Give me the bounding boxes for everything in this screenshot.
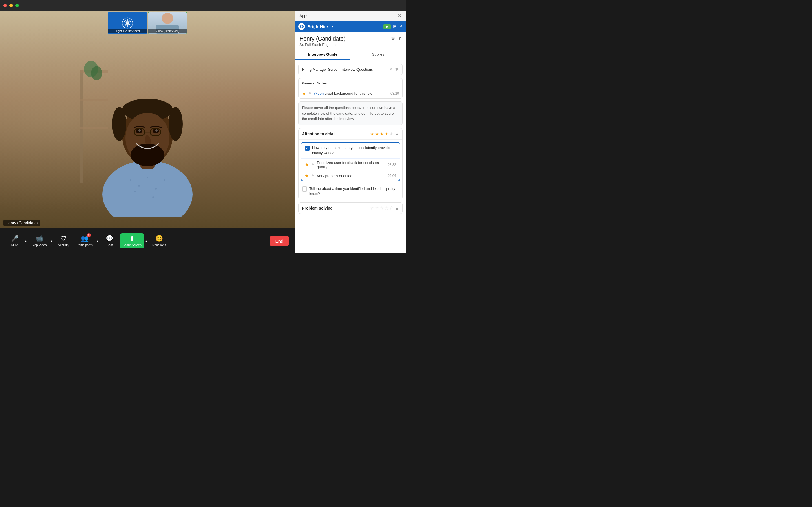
sidebar: Apps ✕ xyxy=(295,11,406,253)
star-3-icon[interactable]: ★ xyxy=(380,131,384,136)
candidate-video-feed xyxy=(74,42,221,217)
svg-rect-17 xyxy=(80,99,108,101)
note-timestamp: 03:20 xyxy=(391,92,399,96)
thumbnail-raina[interactable]: Raina (Interviewer) xyxy=(148,12,187,34)
security-icon: 🛡 xyxy=(60,235,66,242)
answer-2-text: Very process oriented xyxy=(317,174,386,178)
problem-solving-collapse-icon[interactable]: ▲ xyxy=(395,206,399,210)
security-button[interactable]: 🛡 Security xyxy=(54,233,72,248)
stop-video-button[interactable]: 📹 Stop Video xyxy=(29,233,50,248)
answer-1-flag-icon[interactable]: ⚑ xyxy=(311,163,315,167)
brighthire-small-logo xyxy=(298,23,305,30)
answer-2-flag-icon[interactable]: ⚑ xyxy=(311,173,315,178)
participants-arrow-icon[interactable]: ▲ xyxy=(96,239,100,242)
brighthire-actions: ▶ ⊞ ↗ xyxy=(384,24,403,29)
competency-stars-attention[interactable]: ★ ★ ★ ★ ★ xyxy=(370,131,393,136)
reactions-icon: 😊 xyxy=(155,235,163,242)
thumbnail-brighthire[interactable]: BrightHire Notetaker xyxy=(108,12,147,34)
ps-star-5-icon[interactable]: ☆ xyxy=(389,205,393,211)
competency-collapse-icon[interactable]: ▲ xyxy=(395,131,399,136)
svg-point-13 xyxy=(127,22,128,24)
ps-star-4-icon[interactable]: ☆ xyxy=(385,205,389,211)
apps-close-button[interactable]: ✕ xyxy=(398,13,402,18)
svg-point-27 xyxy=(134,191,136,192)
mute-control: 🎤 Mute ▲ xyxy=(6,233,28,248)
svg-point-33 xyxy=(168,107,183,141)
linkedin-icon[interactable]: in xyxy=(398,36,402,42)
brighthire-logo-small-icon xyxy=(299,24,304,29)
ps-star-1-icon[interactable]: ☆ xyxy=(370,205,374,211)
answer-2-time: 09:04 xyxy=(388,174,396,178)
note-content: great background for this role! xyxy=(324,91,373,96)
clear-dropdown-icon[interactable]: ✕ xyxy=(389,67,393,72)
svg-point-22 xyxy=(130,179,132,181)
chat-button[interactable]: 💬 Chat xyxy=(101,233,119,248)
competency-attention-to-detail: Attention to detail ★ ★ ★ ★ ★ ▲ xyxy=(298,128,403,200)
svg-point-23 xyxy=(138,185,140,187)
candidate-suffix: (Candidate) xyxy=(316,36,346,42)
brighthire-filter-button[interactable]: ⊞ xyxy=(393,24,397,29)
question-checkbox-checked[interactable]: ✓ xyxy=(305,146,310,151)
reactions-label: Reactions xyxy=(152,243,166,247)
svg-point-28 xyxy=(152,196,154,198)
reactions-button[interactable]: 😊 Reactions xyxy=(149,233,169,248)
tab-scores[interactable]: Scores xyxy=(350,49,406,60)
guide-tabs: Interview Guide Scores xyxy=(295,49,406,60)
title-bar xyxy=(0,0,406,11)
active-question-card: ✓ How do you make sure you consistently … xyxy=(301,142,400,181)
svg-point-26 xyxy=(163,179,165,181)
answer-row-2: ★ ⚑ Very process oriented 09:04 xyxy=(301,171,400,180)
participants-icon: 👥 3 xyxy=(81,235,89,242)
star-1-icon[interactable]: ★ xyxy=(370,131,374,136)
brighthire-export-button[interactable]: ↗ xyxy=(399,24,403,29)
info-box: Please cover all the questions below to … xyxy=(298,101,403,125)
answer-1-text: Prioritizes user feedback for consistent… xyxy=(317,161,386,169)
share-screen-button[interactable]: ⬆ Share Screen xyxy=(120,233,144,248)
main-video: Henry (Candidate) xyxy=(0,11,295,228)
minimize-window-button[interactable] xyxy=(9,4,13,7)
mute-arrow-icon[interactable]: ▲ xyxy=(24,239,28,242)
mute-label: Mute xyxy=(11,243,18,247)
star-2-icon[interactable]: ★ xyxy=(375,131,379,136)
answer-1-star-icon[interactable]: ★ xyxy=(305,162,309,167)
brighthire-record-button[interactable]: ▶ xyxy=(384,24,391,29)
dropdown-icons: ✕ ▼ xyxy=(389,67,399,72)
share-screen-label: Share Screen xyxy=(123,243,142,247)
competency-name-attention: Attention to detail xyxy=(302,131,336,136)
video-arrow-icon[interactable]: ▲ xyxy=(50,239,54,242)
problem-solving-stars[interactable]: ☆ ☆ ☆ ☆ ☆ xyxy=(370,205,393,211)
share-screen-arrow-icon[interactable]: ▲ xyxy=(144,239,148,242)
note-flag-icon[interactable]: ⚑ xyxy=(308,91,312,96)
ps-star-2-icon[interactable]: ☆ xyxy=(375,205,379,211)
participants-badge: 3 xyxy=(87,233,91,237)
brighthire-logo-icon xyxy=(122,17,133,29)
close-window-button[interactable] xyxy=(3,4,7,7)
answer-1-time: 08:32 xyxy=(388,163,396,167)
chat-label: Chat xyxy=(106,243,113,247)
star-5-icon[interactable]: ★ xyxy=(389,131,393,136)
tab-interview-guide[interactable]: Interview Guide xyxy=(295,49,350,60)
sidebar-scrollable-content[interactable]: Hiring Manager Screen Interview Question… xyxy=(295,60,406,253)
end-meeting-button[interactable]: End xyxy=(270,236,289,246)
candidate-profile-icon[interactable]: ⚙ xyxy=(391,36,395,42)
note-star-icon[interactable]: ★ xyxy=(302,91,306,96)
svg-line-5 xyxy=(124,23,128,25)
svg-point-39 xyxy=(155,129,158,131)
ps-star-3-icon[interactable]: ☆ xyxy=(380,205,384,211)
security-label: Security xyxy=(58,243,69,247)
star-4-icon[interactable]: ★ xyxy=(385,131,389,136)
brighthire-dropdown-icon[interactable]: ▼ xyxy=(331,25,334,28)
next-question-checkbox[interactable] xyxy=(302,186,307,191)
participants-button[interactable]: 👥 3 Participants xyxy=(73,233,95,248)
svg-line-3 xyxy=(128,23,131,25)
mute-button[interactable]: 🎤 Mute xyxy=(6,233,24,248)
expand-dropdown-icon[interactable]: ▼ xyxy=(395,67,399,72)
interview-guide-dropdown[interactable]: Hiring Manager Screen Interview Question… xyxy=(298,64,403,75)
chat-icon: 💬 xyxy=(106,235,113,242)
apps-title: Apps xyxy=(299,13,308,18)
answer-2-star-icon[interactable]: ★ xyxy=(305,173,309,179)
microphone-icon: 🎤 xyxy=(11,235,18,242)
question-header: ✓ How do you make sure you consistently … xyxy=(301,143,400,159)
stop-video-label: Stop Video xyxy=(32,243,47,247)
maximize-window-button[interactable] xyxy=(15,4,19,7)
